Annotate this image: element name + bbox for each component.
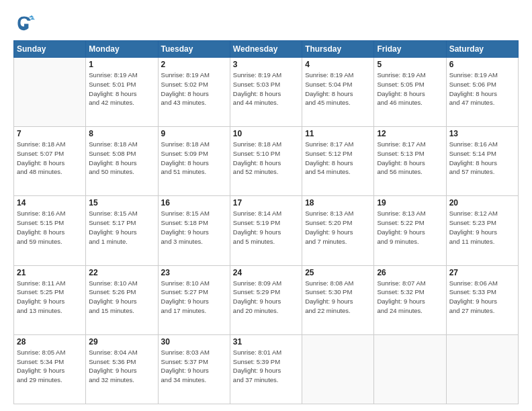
day-info: Sunrise: 8:17 AM Sunset: 5:12 PM Dayligh… xyxy=(305,140,371,177)
calendar-cell: 17Sunrise: 8:14 AM Sunset: 5:19 PM Dayli… xyxy=(230,196,302,265)
day-info: Sunrise: 8:18 AM Sunset: 5:08 PM Dayligh… xyxy=(89,140,154,177)
weekday-header-row: SundayMondayTuesdayWednesdayThursdayFrid… xyxy=(14,41,519,58)
day-number: 2 xyxy=(161,60,227,69)
calendar-cell: 22Sunrise: 8:10 AM Sunset: 5:26 PM Dayli… xyxy=(86,265,158,334)
day-number: 31 xyxy=(233,337,299,347)
calendar-cell: 5Sunrise: 8:19 AM Sunset: 5:05 PM Daylig… xyxy=(374,58,446,127)
day-info: Sunrise: 8:19 AM Sunset: 5:03 PM Dayligh… xyxy=(233,71,299,107)
day-number: 25 xyxy=(305,268,371,277)
day-number: 4 xyxy=(305,60,371,69)
day-number: 23 xyxy=(161,268,227,277)
day-info: Sunrise: 8:17 AM Sunset: 5:13 PM Dayligh… xyxy=(377,140,443,177)
weekday-header-tuesday: Tuesday xyxy=(158,41,230,58)
day-number: 21 xyxy=(17,268,83,277)
calendar-cell: 25Sunrise: 8:08 AM Sunset: 5:30 PM Dayli… xyxy=(302,265,374,334)
calendar-cell: 24Sunrise: 8:09 AM Sunset: 5:29 PM Dayli… xyxy=(230,265,302,334)
day-number: 20 xyxy=(449,198,515,208)
calendar-cell: 31Sunrise: 8:01 AM Sunset: 5:39 PM Dayli… xyxy=(230,334,302,404)
day-info: Sunrise: 8:19 AM Sunset: 5:06 PM Dayligh… xyxy=(449,71,515,107)
calendar-cell: 4Sunrise: 8:19 AM Sunset: 5:04 PM Daylig… xyxy=(302,58,374,127)
calendar-cell: 14Sunrise: 8:16 AM Sunset: 5:15 PM Dayli… xyxy=(14,196,86,265)
day-info: Sunrise: 8:04 AM Sunset: 5:36 PM Dayligh… xyxy=(89,348,154,385)
calendar-cell: 12Sunrise: 8:17 AM Sunset: 5:13 PM Dayli… xyxy=(374,127,446,196)
day-info: Sunrise: 8:08 AM Sunset: 5:30 PM Dayligh… xyxy=(305,279,371,316)
day-info: Sunrise: 8:01 AM Sunset: 5:39 PM Dayligh… xyxy=(233,348,299,385)
day-info: Sunrise: 8:03 AM Sunset: 5:37 PM Dayligh… xyxy=(161,348,227,385)
day-number: 30 xyxy=(161,337,227,347)
day-info: Sunrise: 8:16 AM Sunset: 5:15 PM Dayligh… xyxy=(17,209,83,246)
day-number: 11 xyxy=(305,129,371,138)
calendar-week-row: 28Sunrise: 8:05 AM Sunset: 5:34 PM Dayli… xyxy=(14,334,519,404)
day-number: 12 xyxy=(377,129,443,138)
calendar-cell: 6Sunrise: 8:19 AM Sunset: 5:06 PM Daylig… xyxy=(446,58,518,127)
calendar-cell: 30Sunrise: 8:03 AM Sunset: 5:37 PM Dayli… xyxy=(158,334,230,404)
day-info: Sunrise: 8:14 AM Sunset: 5:19 PM Dayligh… xyxy=(233,209,299,246)
calendar-cell: 26Sunrise: 8:07 AM Sunset: 5:32 PM Dayli… xyxy=(374,265,446,334)
day-number: 3 xyxy=(233,60,299,69)
page: SundayMondayTuesdayWednesdayThursdayFrid… xyxy=(0,0,532,411)
calendar-cell: 19Sunrise: 8:13 AM Sunset: 5:22 PM Dayli… xyxy=(374,196,446,265)
calendar-cell: 21Sunrise: 8:11 AM Sunset: 5:25 PM Dayli… xyxy=(14,265,86,334)
day-number: 29 xyxy=(89,337,154,347)
calendar-week-row: 14Sunrise: 8:16 AM Sunset: 5:15 PM Dayli… xyxy=(14,196,519,265)
calendar-cell xyxy=(302,334,374,404)
calendar-cell xyxy=(14,58,86,127)
calendar-cell xyxy=(374,334,446,404)
calendar-table: SundayMondayTuesdayWednesdayThursdayFrid… xyxy=(13,40,519,404)
logo xyxy=(13,12,38,34)
day-info: Sunrise: 8:05 AM Sunset: 5:34 PM Dayligh… xyxy=(17,348,83,385)
calendar-cell: 8Sunrise: 8:18 AM Sunset: 5:08 PM Daylig… xyxy=(86,127,158,196)
day-number: 16 xyxy=(161,198,227,208)
day-info: Sunrise: 8:15 AM Sunset: 5:17 PM Dayligh… xyxy=(89,209,154,246)
day-info: Sunrise: 8:18 AM Sunset: 5:10 PM Dayligh… xyxy=(233,140,299,177)
calendar-cell: 29Sunrise: 8:04 AM Sunset: 5:36 PM Dayli… xyxy=(86,334,158,404)
day-info: Sunrise: 8:18 AM Sunset: 5:07 PM Dayligh… xyxy=(17,140,83,177)
calendar-cell: 11Sunrise: 8:17 AM Sunset: 5:12 PM Dayli… xyxy=(302,127,374,196)
calendar-week-row: 7Sunrise: 8:18 AM Sunset: 5:07 PM Daylig… xyxy=(14,127,519,196)
day-info: Sunrise: 8:10 AM Sunset: 5:26 PM Dayligh… xyxy=(89,279,154,316)
logo-icon xyxy=(13,12,35,34)
day-number: 9 xyxy=(161,129,227,138)
calendar-cell: 9Sunrise: 8:18 AM Sunset: 5:09 PM Daylig… xyxy=(158,127,230,196)
weekday-header-wednesday: Wednesday xyxy=(230,41,302,58)
calendar-cell: 13Sunrise: 8:16 AM Sunset: 5:14 PM Dayli… xyxy=(446,127,518,196)
calendar-cell: 20Sunrise: 8:12 AM Sunset: 5:23 PM Dayli… xyxy=(446,196,518,265)
day-info: Sunrise: 8:07 AM Sunset: 5:32 PM Dayligh… xyxy=(377,279,443,316)
day-number: 13 xyxy=(449,129,515,138)
day-number: 27 xyxy=(449,268,515,277)
day-info: Sunrise: 8:19 AM Sunset: 5:01 PM Dayligh… xyxy=(89,71,154,107)
day-info: Sunrise: 8:13 AM Sunset: 5:22 PM Dayligh… xyxy=(377,209,443,246)
day-number: 8 xyxy=(89,129,154,138)
day-info: Sunrise: 8:09 AM Sunset: 5:29 PM Dayligh… xyxy=(233,279,299,316)
calendar-week-row: 1Sunrise: 8:19 AM Sunset: 5:01 PM Daylig… xyxy=(14,58,519,127)
day-info: Sunrise: 8:13 AM Sunset: 5:20 PM Dayligh… xyxy=(305,209,371,246)
day-number: 17 xyxy=(233,198,299,208)
calendar-cell: 16Sunrise: 8:15 AM Sunset: 5:18 PM Dayli… xyxy=(158,196,230,265)
calendar-cell: 7Sunrise: 8:18 AM Sunset: 5:07 PM Daylig… xyxy=(14,127,86,196)
weekday-header-friday: Friday xyxy=(374,41,446,58)
day-number: 10 xyxy=(233,129,299,138)
day-info: Sunrise: 8:18 AM Sunset: 5:09 PM Dayligh… xyxy=(161,140,227,177)
calendar-cell: 2Sunrise: 8:19 AM Sunset: 5:02 PM Daylig… xyxy=(158,58,230,127)
day-number: 26 xyxy=(377,268,443,277)
day-number: 14 xyxy=(17,198,83,208)
calendar-cell xyxy=(446,334,518,404)
calendar-cell: 18Sunrise: 8:13 AM Sunset: 5:20 PM Dayli… xyxy=(302,196,374,265)
day-info: Sunrise: 8:15 AM Sunset: 5:18 PM Dayligh… xyxy=(161,209,227,246)
day-number: 22 xyxy=(89,268,154,277)
calendar-cell: 28Sunrise: 8:05 AM Sunset: 5:34 PM Dayli… xyxy=(14,334,86,404)
calendar-cell: 1Sunrise: 8:19 AM Sunset: 5:01 PM Daylig… xyxy=(86,58,158,127)
calendar-week-row: 21Sunrise: 8:11 AM Sunset: 5:25 PM Dayli… xyxy=(14,265,519,334)
day-info: Sunrise: 8:11 AM Sunset: 5:25 PM Dayligh… xyxy=(17,279,83,316)
calendar-cell: 10Sunrise: 8:18 AM Sunset: 5:10 PM Dayli… xyxy=(230,127,302,196)
weekday-header-monday: Monday xyxy=(86,41,158,58)
day-info: Sunrise: 8:12 AM Sunset: 5:23 PM Dayligh… xyxy=(449,209,515,246)
day-info: Sunrise: 8:19 AM Sunset: 5:05 PM Dayligh… xyxy=(377,71,443,107)
day-info: Sunrise: 8:06 AM Sunset: 5:33 PM Dayligh… xyxy=(449,279,515,316)
weekday-header-sunday: Sunday xyxy=(14,41,86,58)
day-info: Sunrise: 8:19 AM Sunset: 5:02 PM Dayligh… xyxy=(161,71,227,107)
day-number: 28 xyxy=(17,337,83,347)
day-number: 5 xyxy=(377,60,443,69)
calendar-cell: 23Sunrise: 8:10 AM Sunset: 5:27 PM Dayli… xyxy=(158,265,230,334)
day-number: 18 xyxy=(305,198,371,208)
